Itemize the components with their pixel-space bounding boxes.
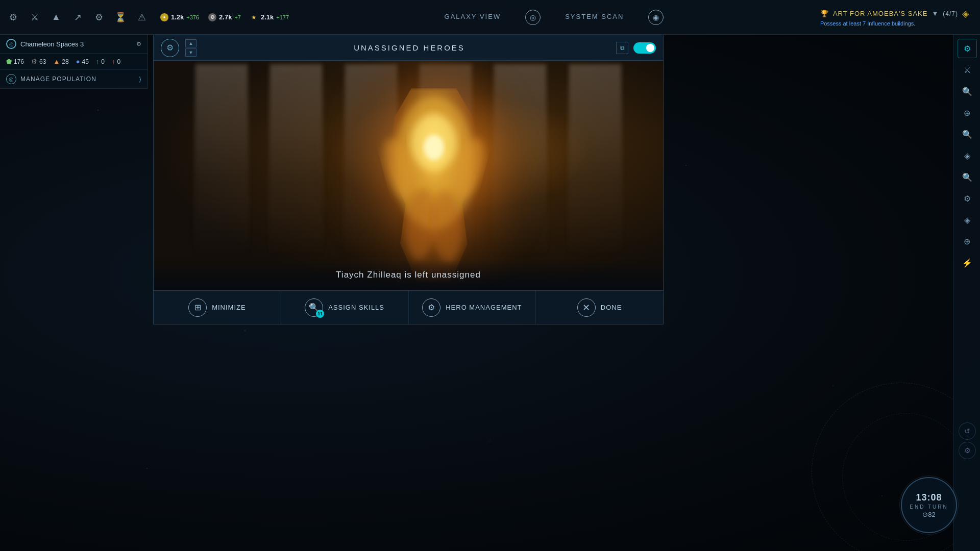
- panel-controls: ⧉: [616, 42, 656, 54]
- planet-name: Chameleon Spaces 3: [20, 40, 132, 48]
- action-bar: ⊞ Minimize 🔍 11 Assign Skills ⚙ Hero Man…: [154, 290, 663, 324]
- colony-icon[interactable]: ▲: [49, 10, 63, 24]
- negative-icon: ↑: [112, 58, 115, 65]
- quest-desc-end: buildings.: [892, 20, 915, 27]
- industry-planet-icon: ⚙: [31, 58, 37, 65]
- empire-icon[interactable]: ⚙: [6, 10, 20, 24]
- alert-icon[interactable]: ⚠: [135, 10, 149, 24]
- science-value: 2.1k: [261, 13, 274, 21]
- right-panel-icon-4[interactable]: ⊕: [958, 103, 977, 122]
- assign-skills-icon: 🔍 11: [305, 298, 323, 317]
- view-mode-icon[interactable]: ◉: [648, 10, 664, 25]
- industry-planet-value: 63: [39, 58, 46, 65]
- bottom-right-icon-1[interactable]: ↺: [959, 422, 976, 440]
- quest-progress: (4/7): [943, 10, 958, 17]
- right-panel-icon-6[interactable]: ◈: [958, 146, 977, 165]
- approval-planet-value: 0: [101, 58, 105, 65]
- planet-badge: ⚙: [136, 41, 141, 47]
- top-nav-stats: ● 1.2k +376 ⚙ 2.7k +7 ★ 2.1k +177: [155, 13, 294, 21]
- food-icon: ▲: [53, 58, 60, 65]
- hero-management-button[interactable]: ⚙ Hero Management: [409, 291, 536, 324]
- right-panel-icon-3[interactable]: 🔍: [958, 82, 977, 101]
- population-value: 176: [14, 58, 24, 65]
- done-close-icon: ✕: [577, 298, 596, 317]
- svg-point-6: [424, 135, 444, 160]
- minimize-label: Minimize: [212, 304, 246, 311]
- quest-panel: 🏆 ART FOR AMOEBA'S SAKE ▼ (4/7) ◈ Posses…: [810, 5, 980, 30]
- food-stat: ▲ 28: [53, 58, 68, 65]
- dust-planet-value: 45: [82, 58, 88, 65]
- right-panel-icon-7[interactable]: 🔍: [958, 167, 977, 187]
- panel-logo: ⚙: [161, 39, 179, 57]
- route-icon[interactable]: ↗: [70, 10, 85, 24]
- trophy-icon: 🏆: [820, 10, 829, 17]
- quest-name: ART FOR AMOEBA'S SAKE: [833, 10, 928, 17]
- end-turn-button[interactable]: 13:08 END TURN ⊙82: [901, 477, 957, 533]
- right-panel-icon-2[interactable]: ⚔: [958, 60, 977, 80]
- turn-time: 13:08: [916, 492, 942, 503]
- hero-management-label: Hero Management: [446, 304, 522, 311]
- minimize-button[interactable]: ⊞ Minimize: [154, 291, 281, 324]
- right-panel-icon-9[interactable]: ◈: [958, 210, 977, 230]
- hourglass-icon[interactable]: ⏳: [113, 10, 128, 24]
- science-icon: ★: [250, 13, 258, 21]
- panel-export-button[interactable]: ⧉: [616, 42, 628, 54]
- planet-header[interactable]: ◎ Chameleon Spaces 3 ⚙: [0, 35, 148, 54]
- manage-population-button[interactable]: ◎ Manage Population ⟩: [0, 70, 148, 89]
- approval-planet-stat: ↑ 0: [96, 58, 105, 65]
- unassigned-heroes-panel: ⚙ ▲ ▼ UNASSIGNED HEROES ⧉: [153, 35, 664, 324]
- turn-number: ⊙82: [922, 511, 935, 518]
- faction-icon: ◈: [962, 8, 970, 19]
- planet-stats: ⬟ 176 ⚙ 63 ▲ 28 ● 45 ↑ 0 ↑ 0: [0, 54, 148, 70]
- turn-counter[interactable]: 13:08 END TURN ⊙82: [878, 459, 980, 551]
- panel-title: UNASSIGNED HEROES: [203, 43, 616, 52]
- panel-nav-arrows: ▲ ▼: [185, 39, 197, 57]
- left-sidebar: ◎ Chameleon Spaces 3 ⚙ ⬟ 176 ⚙ 63 ▲ 28 ●…: [0, 35, 148, 89]
- settings-icon[interactable]: ⚙: [92, 10, 106, 24]
- military-icon[interactable]: ⚔: [28, 10, 42, 24]
- population-icon: ⬟: [6, 58, 12, 65]
- dust-stat: ● 1.2k +376: [160, 13, 199, 21]
- hero-figure: [154, 61, 663, 290]
- bottom-right-icons: ↺ ⚙: [959, 422, 976, 459]
- industry-stat: ⚙ 2.7k +7: [208, 13, 241, 21]
- bottom-right-icon-2[interactable]: ⚙: [959, 442, 976, 459]
- industry-icon: ⚙: [208, 13, 216, 21]
- right-panel-icon-1[interactable]: ⚙: [958, 39, 977, 58]
- hero-svg: [332, 61, 536, 290]
- panel-nav-down-button[interactable]: ▼: [185, 48, 197, 57]
- top-nav-icons: ⚙ ⚔ ▲ ↗ ⚙ ⏳ ⚠: [0, 10, 155, 24]
- manage-arrow-icon: ⟩: [139, 76, 141, 83]
- planet-icon: ◎: [6, 39, 16, 49]
- done-button[interactable]: ✕ Done: [536, 291, 663, 324]
- right-panel-icon-8[interactable]: ⚙: [958, 189, 977, 208]
- population-stat: ⬟ 176: [6, 58, 24, 65]
- hero-management-icon: ⚙: [422, 298, 440, 317]
- assign-skills-label: Assign Skills: [328, 304, 384, 311]
- top-navigation: ⚙ ⚔ ▲ ↗ ⚙ ⏳ ⚠ ● 1.2k +376 ⚙ 2.7k +7 ★ 2.…: [0, 0, 980, 35]
- hero-name-text: Tiaych Zhilleaq is left unassigned: [164, 270, 653, 280]
- dust-value: 1.2k: [171, 13, 184, 21]
- quest-down-icon: ▼: [932, 10, 939, 17]
- assign-skills-button[interactable]: 🔍 11 Assign Skills: [281, 291, 409, 324]
- dust-icon: ●: [160, 13, 168, 21]
- panel-toggle[interactable]: [633, 42, 656, 54]
- right-panel-icon-5[interactable]: 🔍: [958, 124, 977, 144]
- manage-label: Manage Population: [20, 76, 135, 83]
- dust-delta: +376: [186, 14, 199, 20]
- science-stat: ★ 2.1k +177: [250, 13, 289, 21]
- done-label: Done: [601, 304, 622, 311]
- panel-logo-icon: ⚙: [166, 43, 174, 53]
- scan-center-icon: ◎: [525, 10, 541, 25]
- panel-nav-up-button[interactable]: ▲: [185, 39, 197, 47]
- industry-planet-stat: ⚙ 63: [31, 58, 46, 65]
- galaxy-view-button[interactable]: GALAXY VIEW: [440, 11, 505, 23]
- system-scan-button[interactable]: SYSTEM SCAN: [561, 11, 628, 23]
- right-panel-icon-11[interactable]: ⚡: [958, 253, 977, 272]
- hero-image-area: Tiaych Zhilleaq is left unassigned: [154, 61, 663, 290]
- quest-highlight: Influence: [867, 20, 890, 27]
- center-navigation: GALAXY VIEW ◎ SYSTEM SCAN ◉: [294, 10, 810, 25]
- dust-planet-icon: ●: [76, 58, 80, 65]
- right-panel-icon-10[interactable]: ⊕: [958, 232, 977, 251]
- hero-subtitle: Tiaych Zhilleaq is left unassigned: [154, 260, 663, 290]
